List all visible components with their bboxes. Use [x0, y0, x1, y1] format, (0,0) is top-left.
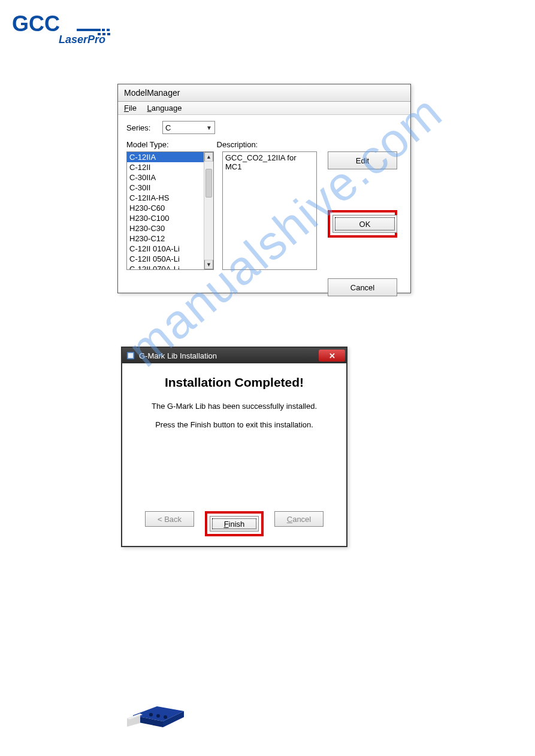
series-value: C — [165, 123, 171, 132]
description-label: Description: — [217, 140, 258, 149]
installer-line1: The G-Mark Lib has been successfully ins… — [133, 402, 335, 411]
edit-button[interactable]: Edit — [328, 151, 397, 169]
installer-titlebar: G-Mark Lib Installation ✕ — [122, 348, 346, 363]
list-item[interactable]: C-30II — [127, 183, 213, 193]
svg-rect-2 — [107, 29, 110, 31]
installer-window: G-Mark Lib Installation ✕ Installation C… — [121, 347, 347, 547]
list-item[interactable]: C-12IIA — [127, 152, 213, 162]
list-item[interactable]: H230-C100 — [127, 213, 213, 223]
menu-file[interactable]: File — [124, 104, 137, 113]
installer-line2: Press the Finish button to exit this ins… — [133, 420, 335, 429]
list-item[interactable]: H230-C60 — [127, 203, 213, 213]
svg-point-13 — [149, 713, 153, 716]
svg-rect-1 — [102, 29, 105, 31]
gcc-laserpro-logo: GCC LaserPro — [12, 11, 115, 47]
list-item[interactable]: C-12II 010A-Li — [127, 244, 213, 254]
list-item[interactable]: C-12II 050A-Li — [127, 254, 213, 264]
scroll-down-icon[interactable]: ▼ — [204, 260, 213, 269]
ok-button-highlight: OK — [328, 210, 397, 238]
window-title: ModelManager — [118, 84, 410, 102]
menu-language[interactable]: Language — [147, 104, 182, 113]
back-button: < Back — [145, 511, 194, 527]
svg-point-15 — [164, 715, 167, 719]
list-item[interactable]: C-12IIA-HS — [127, 193, 213, 203]
svg-rect-5 — [107, 33, 110, 35]
chevron-down-icon: ▼ — [206, 125, 212, 131]
cancel-button[interactable]: Cancel — [328, 278, 397, 296]
list-item[interactable]: H230-C12 — [127, 233, 213, 244]
series-select[interactable]: C ▼ — [162, 121, 215, 134]
logo-laserpro: LaserPro — [59, 34, 105, 45]
logo-gcc: GCC — [12, 11, 60, 36]
finish-button-highlight: Finish — [205, 511, 264, 536]
svg-point-14 — [156, 714, 160, 718]
series-label: Series: — [126, 123, 158, 132]
installer-title: G-Mark Lib Installation — [139, 351, 319, 360]
scroll-up-icon[interactable]: ▲ — [204, 152, 213, 162]
scroll-thumb[interactable] — [205, 169, 212, 198]
list-item[interactable]: H230-C30 — [127, 223, 213, 233]
description-value: GCC_CO2_12IIA for MC1 — [225, 153, 297, 171]
list-item[interactable]: C-12II — [127, 162, 213, 172]
model-type-label: Model Type: — [126, 140, 169, 149]
list-item[interactable]: C-30IIA — [127, 172, 213, 183]
description-box: GCC_CO2_12IIA for MC1 — [222, 151, 317, 270]
menu-bar: File Language — [118, 102, 410, 115]
list-item[interactable]: C-12II 070A-Li — [127, 264, 213, 270]
listbox-scrollbar[interactable]: ▲ ▼ — [204, 152, 213, 269]
product-thumbnail — [127, 688, 193, 730]
installer-icon — [126, 351, 135, 360]
finish-button[interactable]: Finish — [210, 516, 259, 532]
ok-button[interactable]: OK — [333, 215, 397, 233]
model-manager-window: ModelManager File Language Series: C ▼ M… — [117, 84, 411, 293]
cancel-button-installer: Cancel — [274, 511, 324, 527]
model-type-listbox[interactable]: C-12IIA C-12II C-30IIA C-30II C-12IIA-HS… — [126, 151, 214, 270]
svg-rect-0 — [77, 29, 101, 31]
installer-heading: Installation Completed! — [133, 375, 335, 390]
close-icon[interactable]: ✕ — [319, 350, 345, 362]
svg-rect-7 — [128, 353, 133, 358]
